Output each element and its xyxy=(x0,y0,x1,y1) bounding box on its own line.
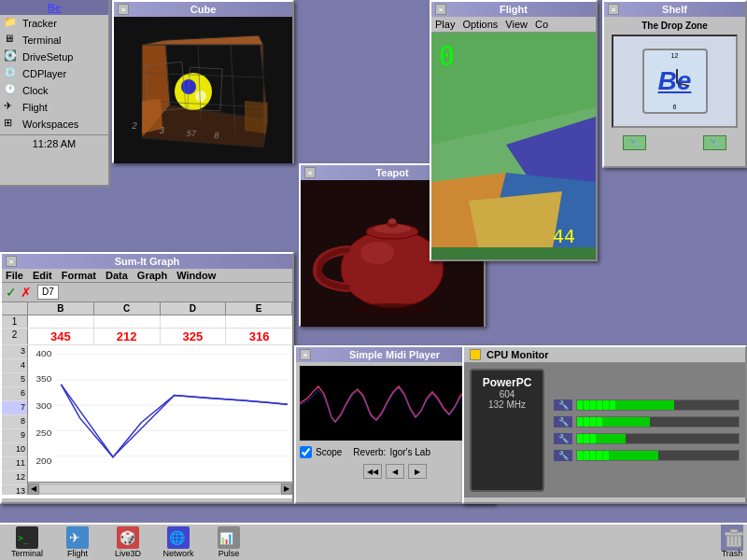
flight-icon: ✈ xyxy=(4,100,19,115)
sidebar-item-drivesetup[interactable]: 💽 DriveSetup xyxy=(0,49,108,65)
menu-format[interactable]: Format xyxy=(62,270,96,281)
shelf-spacer xyxy=(668,135,682,150)
svg-text:350: 350 xyxy=(35,373,51,384)
cell-d1[interactable] xyxy=(161,315,227,328)
rn-3: 3 xyxy=(2,345,27,359)
svg-line-41 xyxy=(677,83,689,86)
cell-c2[interactable]: 212 xyxy=(94,329,161,344)
trash-svg xyxy=(721,525,743,551)
bs7 xyxy=(577,417,583,427)
taskbar-flight[interactable]: ✈ Flight xyxy=(54,525,101,560)
bar-track-1 xyxy=(576,399,740,411)
shelf-title: Shelf xyxy=(662,4,687,15)
sumit-title: Sum-It Graph xyxy=(115,256,180,267)
cell-b1[interactable] xyxy=(28,315,94,328)
svg-point-29 xyxy=(347,303,441,315)
svg-text:>_: >_ xyxy=(18,533,30,544)
cell-d2[interactable]: 325 xyxy=(161,329,227,344)
col-header-e: E xyxy=(226,302,292,315)
rn-9: 9 xyxy=(2,429,27,443)
taskbar-pulse[interactable]: 📊 Pulse xyxy=(205,525,252,560)
drop-zone-label: The Drop Zone xyxy=(608,21,741,31)
bs17 xyxy=(597,451,602,460)
menu-file[interactable]: File xyxy=(6,270,23,281)
toolbar-x[interactable]: ✗ xyxy=(21,285,32,300)
scope-checkbox[interactable] xyxy=(300,446,312,458)
rn-5: 5 xyxy=(2,373,27,387)
taskbar-live3d-icon: 🎲 xyxy=(117,526,139,549)
transport-rewind[interactable]: ◀◀ xyxy=(363,464,382,479)
menu-window[interactable]: Window xyxy=(176,270,216,281)
flight-taskbar-svg: ✈ xyxy=(66,526,89,549)
bar-label-1: 🔧 xyxy=(554,399,572,411)
cell-e2[interactable]: 316 xyxy=(226,329,292,344)
sidebar-item-terminal[interactable]: 🖥 Terminal xyxy=(0,32,108,49)
sidebar-item-tracker[interactable]: 📁 Tracker xyxy=(0,15,108,32)
sidebar-item-cdplayer[interactable]: 💿 CDPlayer xyxy=(0,65,108,82)
row-num-2: 2 xyxy=(2,329,28,344)
menu-data[interactable]: Data xyxy=(106,270,128,281)
flight-menu-options[interactable]: Options xyxy=(462,19,498,30)
transport-back[interactable]: ◀ xyxy=(386,464,404,479)
bs1 xyxy=(577,400,583,410)
sumit-close-button[interactable]: × xyxy=(6,256,17,267)
rn-4: 4 xyxy=(2,359,27,373)
sidebar-item-workspaces[interactable]: ⊞ Workspaces xyxy=(0,116,108,133)
svg-text:🎲: 🎲 xyxy=(120,530,136,546)
shelf-buttons: 🔧 🔧 xyxy=(608,132,741,154)
shelf-btn-1[interactable]: 🔧 xyxy=(623,135,646,150)
rn-8: 8 xyxy=(2,415,27,429)
sidebar-label-drivesetup: DriveSetup xyxy=(22,51,73,63)
svg-text:📊: 📊 xyxy=(219,531,233,545)
cube-canvas: 2 3 57 8 xyxy=(114,17,292,163)
menu-edit[interactable]: Edit xyxy=(33,270,52,281)
teapot-close-button[interactable]: × xyxy=(304,167,316,178)
bar-fill-3 xyxy=(577,434,626,443)
svg-text:🌐: 🌐 xyxy=(169,530,186,546)
sidebar-time: 11:28 AM xyxy=(0,134,108,152)
svg-text:44: 44 xyxy=(553,225,575,247)
grid-header-row: B C D E xyxy=(2,302,292,315)
scroll-right[interactable]: ▶ xyxy=(281,483,292,495)
sidebar-item-flight[interactable]: ✈ Flight xyxy=(0,99,108,116)
cell-e1[interactable] xyxy=(226,315,292,328)
sumit-hscroll[interactable]: ◀ ▶ xyxy=(28,482,292,495)
bar-fill-2 xyxy=(577,417,650,427)
scroll-left[interactable]: ◀ xyxy=(28,483,39,495)
flight-landscape-svg: 0 44 xyxy=(431,33,596,247)
flight-close-button[interactable]: × xyxy=(435,4,446,15)
flight-menu-view[interactable]: View xyxy=(505,19,528,30)
terminal-svg: >_ xyxy=(16,526,38,549)
taskbar-terminal[interactable]: >_ Terminal xyxy=(4,525,50,560)
cdplayer-icon: 💿 xyxy=(4,66,19,81)
shelf-drop-zone[interactable]: 12 6 Be xyxy=(612,35,738,128)
bs12 xyxy=(584,434,589,443)
be-logo-link[interactable]: Be xyxy=(48,2,61,13)
scroll-thumb[interactable] xyxy=(40,485,280,493)
midi-close-button[interactable]: × xyxy=(300,349,311,360)
taskbar-network-label: Network xyxy=(162,549,193,558)
shelf-close-button[interactable]: × xyxy=(608,4,619,15)
sidebar-item-clock[interactable]: 🕐 Clock xyxy=(0,82,108,99)
midi-title: Simple Midi Player xyxy=(349,349,440,360)
transport-play[interactable]: ▶ xyxy=(408,464,427,479)
cube-close-button[interactable]: × xyxy=(118,4,129,15)
cell-ref[interactable]: D7 xyxy=(37,285,59,300)
taskbar-trash[interactable]: Trash xyxy=(721,526,743,558)
shelf-btn-2[interactable]: 🔧 xyxy=(703,135,726,150)
toolbar-check[interactable]: ✓ xyxy=(6,285,17,300)
flight-menu-co[interactable]: Co xyxy=(535,19,548,30)
sidebar-label-cdplayer: CDPlayer xyxy=(22,68,66,79)
menu-graph[interactable]: Graph xyxy=(137,270,167,281)
bar-label-4: 🔧 xyxy=(554,450,572,461)
sidebar-label-workspaces: Workspaces xyxy=(22,119,78,130)
cell-b2[interactable]: 345 xyxy=(28,329,94,344)
flight-menu-play[interactable]: Play xyxy=(435,19,455,30)
bs6 xyxy=(610,400,615,410)
grid-row-2: 2 345 212 325 316 xyxy=(2,329,292,345)
taskbar-network[interactable]: 🌐 Network xyxy=(155,525,202,560)
sumit-titlebar: × Sum-It Graph xyxy=(2,254,292,269)
cell-c1[interactable] xyxy=(94,315,161,328)
chip-freq: 132 MHz xyxy=(481,399,533,410)
taskbar-live3d[interactable]: 🎲 Live3D xyxy=(105,525,151,560)
